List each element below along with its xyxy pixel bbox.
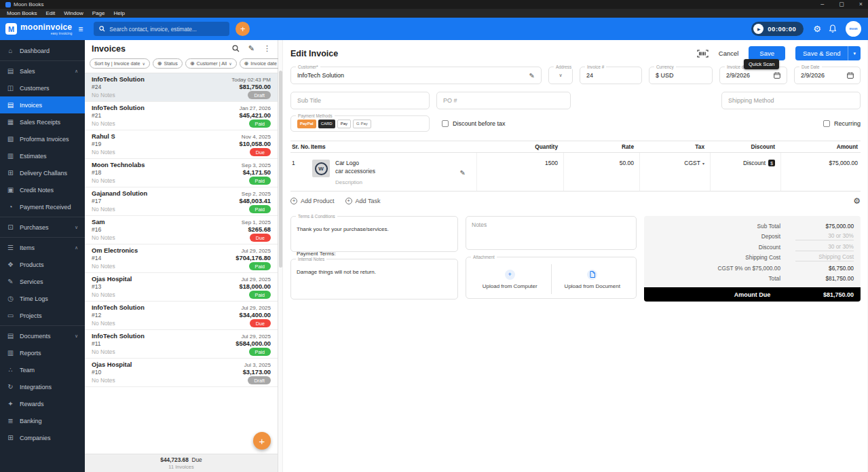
edit-customer-icon[interactable]: ✎ <box>529 72 535 79</box>
sidebar-item[interactable]: ◔ Payment Received <box>0 198 85 215</box>
payment-method-chip[interactable]: PayPal <box>297 120 316 128</box>
checkbox-icon[interactable] <box>442 120 449 127</box>
discount-currency-toggle[interactable]: $ <box>768 160 775 166</box>
global-search-input[interactable]: Search contact, invoice, estimate... <box>94 22 229 36</box>
chevron-down-icon[interactable]: ▾ <box>848 46 861 60</box>
sidebar-item[interactable]: ▥ Reports <box>0 344 85 361</box>
add-task-button[interactable]: + Add Task <box>345 198 381 204</box>
item-rate[interactable]: 50.00 <box>563 153 639 191</box>
invoice-list-item[interactable]: Ojas Hospital Jul 3, 2025 #10 $3,173.00 … <box>85 359 278 387</box>
checkbox-icon[interactable] <box>823 120 830 127</box>
item-tax-dropdown[interactable]: CGST▾ <box>684 160 704 166</box>
item-description-placeholder[interactable]: Description <box>335 179 375 185</box>
internal-notes-box[interactable]: Internal Notes Damage things will not be… <box>290 259 458 299</box>
calendar-icon[interactable] <box>847 72 854 79</box>
sidebar-item[interactable]: ▤ Invoices <box>0 96 85 113</box>
sidebar-item[interactable]: ▥ Estimates <box>0 147 85 164</box>
invoice-list-item[interactable]: Moon Technolabs Sep 3, 2025 #18 $4,171.5… <box>85 159 278 187</box>
sidebar-item[interactable]: ▧ Proforma Invoices <box>0 130 85 147</box>
invoice-number-field[interactable]: Invoice # 24 <box>580 67 642 84</box>
sidebar-item[interactable]: ❖ Products <box>0 256 85 273</box>
sidebar-item[interactable]: ≣ Banking <box>0 412 85 429</box>
item-discount-control[interactable]: Discount$ <box>743 160 775 166</box>
totals-value[interactable]: 30 or 30% <box>795 232 854 240</box>
list-scrollbar[interactable] <box>278 40 283 472</box>
payment-method-chip[interactable]: Pay <box>337 120 351 128</box>
invoice-list-item[interactable]: Om Electronics Jul 29, 2025 #14 $704,176… <box>85 244 278 273</box>
totals-value[interactable]: 30 or 30% <box>795 243 854 251</box>
payment-methods-field[interactable]: Payment Methods PayPalCARDPayG Pay <box>290 115 430 132</box>
notifications-bell-icon[interactable] <box>829 24 837 33</box>
invoice-list-item[interactable]: InfoTech Solution Jul 29, 2025 #12 $34,4… <box>85 302 278 330</box>
menu-item[interactable]: Edit <box>45 10 55 16</box>
sidebar-item[interactable]: ▤ Sales <box>0 62 85 79</box>
sidebar-item[interactable]: ⊡ Purchases <box>0 219 85 236</box>
shipping-method-input[interactable]: Shipping Method <box>721 92 861 109</box>
sidebar-item[interactable]: ⌂ Dashboard <box>0 42 85 59</box>
recurring-checkbox[interactable]: Recurring <box>823 120 861 127</box>
invoice-list-item[interactable]: InfoTech Solution Today 02:43 PM #24 $81… <box>85 73 278 102</box>
invoice-list-item[interactable]: Gajanand Solution Sep 2, 2025 #17 $48,00… <box>85 187 278 216</box>
calendar-icon[interactable] <box>774 72 780 79</box>
sidebar-item[interactable]: ▭ Projects <box>0 307 85 324</box>
sidebar-item[interactable]: ⊞ Companies <box>0 429 85 446</box>
save-and-send-button[interactable]: Save & Send ▾ <box>795 46 861 60</box>
currency-field[interactable]: Currency $ USD <box>649 67 713 84</box>
cancel-button[interactable]: Cancel <box>719 50 739 57</box>
terms-and-conditions-box[interactable]: Terms & Conditions Thank you for your pu… <box>290 216 458 252</box>
totals-value[interactable]: Shipping Cost <box>795 253 854 261</box>
po-number-input[interactable]: PO # <box>436 92 571 109</box>
invoice-list-item[interactable]: InfoTech Solution Jan 27, 2026 #21 $45,4… <box>85 102 278 130</box>
close-button[interactable]: × <box>859 1 863 7</box>
menu-item[interactable]: Moon Books <box>7 10 37 16</box>
quick-add-button[interactable]: + <box>235 22 250 36</box>
play-icon[interactable]: ▶ <box>753 24 763 34</box>
item-quantity[interactable]: 1500 <box>476 153 563 191</box>
sidebar-item[interactable]: ✦ Rewards <box>0 395 85 412</box>
filter-chip[interactable]: Status <box>153 58 183 69</box>
sidebar-item[interactable]: ▦ Sales Receipts <box>0 113 85 130</box>
invoice-list-item[interactable]: Rahul S Nov 4, 2025 #19 $10,058.00 No No… <box>85 130 278 159</box>
menu-item[interactable]: Help <box>113 10 124 16</box>
edit-pencil-icon[interactable]: ✎ <box>248 44 254 53</box>
kebab-menu-icon[interactable]: ⋮ <box>263 44 271 53</box>
filter-chip[interactable]: Sort by | Invoice date <box>90 58 150 69</box>
maximize-button[interactable]: ◻ <box>839 1 844 7</box>
sidebar-item[interactable]: ✎ Services <box>0 273 85 290</box>
menu-item[interactable]: Window <box>64 10 83 16</box>
sidebar-item[interactable]: ▣ Credit Notes <box>0 181 85 198</box>
sidebar-item[interactable]: ↻ Integrations <box>0 378 85 395</box>
save-button[interactable]: Save <box>749 46 785 60</box>
sidebar-item[interactable]: ◷ Time Logs <box>0 290 85 307</box>
minimize-button[interactable]: – <box>820 1 824 7</box>
time-tracker[interactable]: ▶ 00:00:00 <box>751 22 804 36</box>
invoice-list-item[interactable]: Ojas Hospital Jul 29, 2025 #13 $18,000.0… <box>85 273 278 302</box>
payment-method-chip[interactable]: G Pay <box>353 120 371 128</box>
sidebar-item[interactable]: ▤ Documents <box>0 327 85 344</box>
sidebar-item[interactable]: ◫ Customers <box>0 79 85 96</box>
invoice-list-item[interactable]: Sam Sep 1, 2025 #16 $265.68 No Notes Due <box>85 216 278 244</box>
add-product-button[interactable]: + Add Product <box>290 198 335 204</box>
upload-from-computer-button[interactable]: + Upload from Computer <box>469 270 551 289</box>
notes-input[interactable]: Notes <box>466 216 637 250</box>
totals-value[interactable]: $81,750.00 <box>795 275 854 282</box>
sidebar-item[interactable]: ⊞ Delivery Challans <box>0 164 85 181</box>
payment-method-chip[interactable]: CARD <box>318 120 335 128</box>
customer-field[interactable]: Customer* InfoTech Solution ✎ <box>290 67 542 84</box>
discount-before-tax-checkbox[interactable]: Discount before tax <box>442 120 506 127</box>
settings-gear-icon[interactable]: ⚙ <box>813 24 821 34</box>
table-settings-gear-icon[interactable]: ⚙ <box>853 196 861 206</box>
sidebar-item[interactable]: ☰ Items <box>0 239 85 256</box>
sidebar-item[interactable]: ∴ Team <box>0 361 85 378</box>
hamburger-menu-icon[interactable]: ≡ <box>78 24 83 34</box>
totals-value[interactable]: $6,750.00 <box>795 265 854 272</box>
due-date-field[interactable]: Due Date 2/9/2026 <box>794 67 861 84</box>
totals-value[interactable]: $75,000.00 <box>795 223 854 230</box>
quick-scan-icon[interactable] <box>697 50 709 58</box>
sub-title-input[interactable]: Sub Title <box>290 92 430 109</box>
search-icon[interactable] <box>232 45 240 52</box>
filter-chip[interactable]: Customer | All <box>185 58 237 69</box>
invoice-list-item[interactable]: InfoTech Solution Jul 29, 2025 #11 $584,… <box>85 330 278 359</box>
address-dropdown[interactable]: Address ∨ <box>548 67 573 84</box>
new-invoice-button[interactable]: + <box>253 432 271 450</box>
